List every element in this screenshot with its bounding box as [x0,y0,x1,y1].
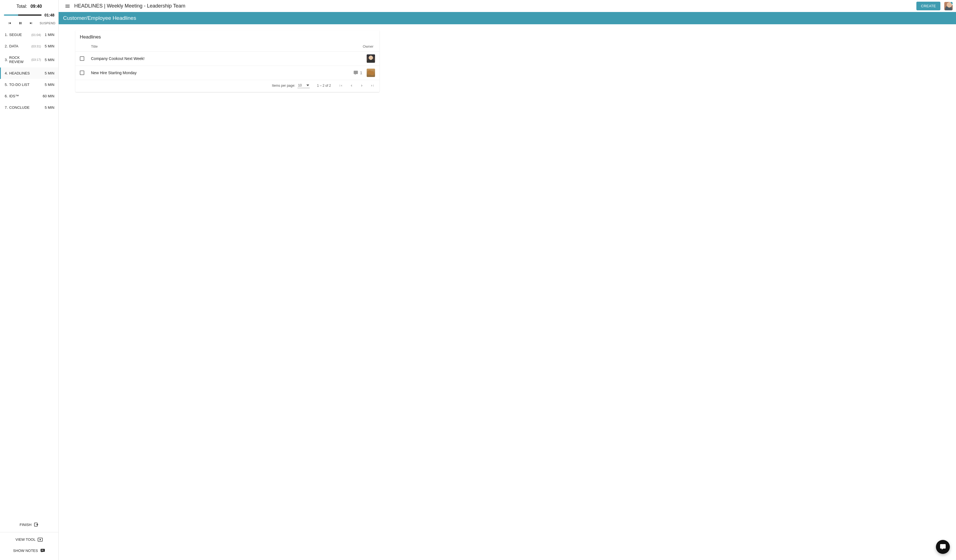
agenda-label: ROCK REVIEW [9,55,31,64]
agenda-num: 6. [5,94,9,98]
progress-bar[interactable] [4,14,42,16]
prev-page-icon[interactable] [349,83,354,88]
row-title: New Hire Starting Monday [91,71,346,75]
agenda-duration: 1 MIN [43,33,54,37]
notes-icon [40,548,45,553]
items-per-page-value: 10 [298,83,302,87]
agenda-label: CONCLUDE [9,105,43,110]
agenda-elapsed: (01:04) [31,33,41,36]
agenda-duration: 60 MIN [43,94,54,98]
user-avatar[interactable] [944,2,953,10]
total-label: Total: [16,4,27,9]
agenda-label: TO-DO LIST [9,83,43,87]
agenda-list: 1.SEGUE(01:04)1 MIN2.DATA(03:31)5 MIN3.R… [0,29,58,519]
chat-fab[interactable] [936,540,950,554]
agenda-label: DATA [9,44,31,48]
agenda-elapsed: (03:31) [31,45,41,48]
row-checkbox[interactable] [80,56,84,61]
preview-icon [38,538,43,541]
agenda-item-rock-review[interactable]: 3.ROCK REVIEW(03:17)5 MIN [0,52,58,67]
view-tool-label: VIEW TOOL [16,537,36,541]
agenda-item-headlines[interactable]: 4.HEADLINES5 MIN [0,67,58,79]
agenda-item-data[interactable]: 2.DATA(03:31)5 MIN [0,41,58,52]
next-page-icon[interactable] [359,83,365,88]
agenda-duration: 5 MIN [43,58,54,62]
agenda-num: 3. [5,58,9,62]
agenda-num: 5. [5,83,9,87]
dropdown-icon [307,85,309,86]
agenda-num: 1. [5,33,9,37]
show-notes-button[interactable]: SHOW NOTES [4,545,54,556]
section-banner: Customer/Employee Headlines [58,12,956,24]
view-tool-button[interactable]: VIEW TOOL [4,534,54,545]
items-per-page-select[interactable]: 10 [297,83,310,88]
svg-point-2 [39,539,41,540]
last-page-icon[interactable] [370,83,375,88]
table-row[interactable]: Company Cookout Next Week! [75,51,379,66]
table-header: Title Owner [75,42,379,51]
agenda-duration: 5 MIN [43,71,54,75]
row-checkbox[interactable] [80,71,84,75]
agenda-item-ids-[interactable]: 6.IDS™60 MIN [0,90,58,102]
row-title: Company Cookout Next Week! [91,56,346,61]
agenda-elapsed: (03:17) [31,58,41,61]
headlines-card: Headlines Title Owner Company Cookout Ne… [75,30,379,92]
banner-title: Customer/Employee Headlines [63,15,136,21]
sidebar: Total: 09:40 01:48 SUSPEND 1 [0,0,58,560]
segment-time: 01:48 [44,13,54,17]
chat-icon [940,544,946,550]
total-time-display: Total: 09:40 [3,4,55,9]
pagination-range: 1 – 2 of 2 [317,84,331,88]
table-row[interactable]: New Hire Starting Monday1 [75,66,379,80]
show-notes-label: SHOW NOTES [13,549,38,553]
agenda-num: 2. [5,44,9,48]
first-page-icon[interactable] [338,83,343,88]
agenda-num: 4. [5,71,9,75]
create-button[interactable]: CREATE [917,2,940,10]
skip-previous-icon[interactable] [8,21,12,25]
menu-icon[interactable] [65,3,70,9]
column-owner: Owner [358,44,375,49]
skip-next-icon[interactable] [29,21,33,25]
agenda-duration: 5 MIN [43,105,54,110]
column-title: Title [91,44,341,49]
exit-icon [34,522,39,527]
agenda-item-segue[interactable]: 1.SEGUE(01:04)1 MIN [0,29,58,41]
card-title: Headlines [75,30,379,42]
agenda-item-conclude[interactable]: 7.CONCLUDE5 MIN [0,102,58,113]
finish-button[interactable]: FINISH [4,519,54,530]
agenda-label: SEGUE [9,33,31,37]
svg-rect-3 [41,550,44,550]
comment-icon [353,70,358,75]
page-title: HEADLINES | Weekly Meeting - Leadership … [74,3,912,9]
owner-avatar[interactable] [367,54,375,63]
agenda-label: IDS™ [9,94,43,98]
finish-label: FINISH [19,522,31,527]
pause-icon[interactable] [19,21,22,25]
agenda-item-to-do-list[interactable]: 5.TO-DO LIST5 MIN [0,79,58,90]
items-per-page-label: Items per page: [272,84,295,88]
comment-count: 1 [360,71,362,75]
owner-avatar[interactable] [367,69,375,77]
agenda-label: HEADLINES [9,71,43,75]
agenda-duration: 5 MIN [43,44,54,48]
suspend-button[interactable]: SUSPEND [39,22,61,25]
total-time-value: 09:40 [30,4,42,9]
main-content: HEADLINES | Weekly Meeting - Leadership … [58,0,956,560]
pagination: Items per page: 10 1 – 2 of 2 [75,80,379,92]
svg-rect-4 [41,550,44,551]
header: HEADLINES | Weekly Meeting - Leadership … [58,0,956,12]
agenda-duration: 5 MIN [43,83,54,87]
agenda-num: 7. [5,105,9,110]
